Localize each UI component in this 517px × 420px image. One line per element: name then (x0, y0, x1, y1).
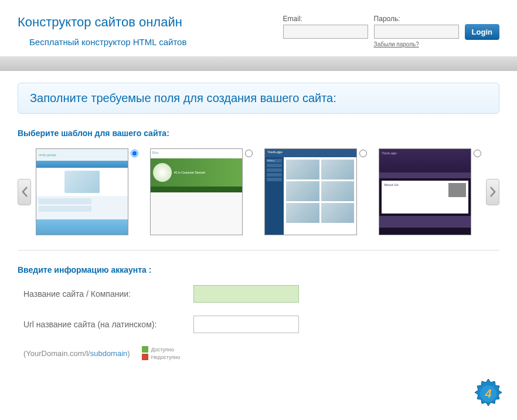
url-name-label: Url название сайта (на латинском): (23, 320, 193, 329)
email-input[interactable] (283, 25, 368, 39)
logo-area: Конструктор сайтов онлайн Бесплатный кон… (18, 15, 186, 47)
password-label: Пароль: (374, 15, 459, 23)
template-thumbnail-1[interactable]: unity group (36, 148, 128, 235)
template-3-logo: YourLogo (265, 149, 356, 157)
site-name-row: Название сайта / Компании: (23, 285, 494, 303)
template-radio-4[interactable] (474, 150, 481, 157)
availability-legend: Доступно Недоступно (142, 346, 181, 360)
template-radio-2[interactable] (245, 150, 253, 157)
login-form: Email: Пароль: Забыли пароль? Login (283, 15, 499, 48)
template-option-4: YourLogo About Us (379, 148, 481, 235)
forgot-password-link[interactable]: Забыли пароль? (374, 41, 459, 48)
main-heading-bar: Заполните требуемые поля для создания ва… (18, 83, 499, 114)
template-1-logo: unity group (36, 149, 128, 161)
template-selector: unity group Eco #1 in Customer Service! (18, 148, 499, 235)
chevron-right-icon (489, 186, 497, 198)
template-option-1: unity group (36, 148, 138, 235)
site-name-input[interactable] (193, 285, 299, 303)
template-radio-3[interactable] (359, 150, 367, 157)
site-subtitle: Бесплатный конструктор HTML сайтов (29, 37, 186, 47)
prev-arrow-button[interactable] (18, 179, 31, 205)
template-thumbnail-3[interactable]: YourLogo Gallery (264, 148, 357, 235)
template-option-3: YourLogo Gallery (264, 148, 367, 235)
domain-helper: (YourDomain.com/l/subdomain) Доступно Не… (23, 346, 494, 360)
site-name-label: Название сайта / Компании: (23, 289, 193, 299)
divider-bar (0, 56, 517, 71)
template-thumbnail-4[interactable]: YourLogo About Us (379, 148, 471, 235)
account-section-title: Введите информацию аккаунта : (18, 265, 499, 275)
template-radio-1[interactable] (131, 150, 138, 157)
square-red-icon (142, 354, 148, 360)
site-title: Конструктор сайтов онлайн (18, 15, 186, 30)
square-green-icon (142, 346, 148, 353)
chevron-left-icon (21, 186, 29, 198)
header: Конструктор сайтов онлайн Бесплатный кон… (0, 0, 517, 56)
template-2-logo: Eco (151, 149, 242, 158)
templates-section-title: Выберите шаблон для вашего сайта: (18, 128, 499, 138)
url-name-row: Url название сайта (на латинском): (23, 316, 494, 333)
main-heading: Заполните требуемые поля для создания ва… (30, 92, 487, 105)
template-option-2: Eco #1 in Customer Service! (150, 148, 253, 235)
divider-line (18, 250, 499, 250)
email-label: Email: (283, 15, 368, 23)
template-4-logo: YourLogo (379, 149, 471, 172)
url-name-input[interactable] (193, 316, 299, 333)
template-thumbnail-2[interactable]: Eco #1 in Customer Service! (150, 148, 243, 235)
domain-example: (YourDomain.com/l/subdomain) (23, 349, 130, 358)
next-arrow-button[interactable] (486, 179, 499, 205)
login-button[interactable]: Login (465, 24, 499, 40)
password-input[interactable] (374, 25, 459, 39)
